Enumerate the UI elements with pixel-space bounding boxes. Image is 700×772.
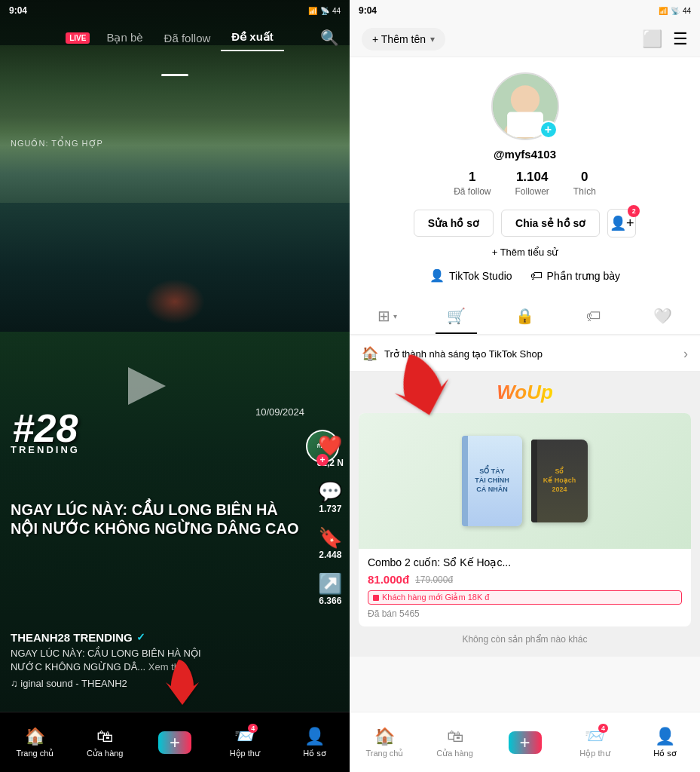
sold-count: Đã bán 5465 — [368, 608, 682, 619]
follow-plus-icon[interactable]: + — [316, 454, 329, 466]
live-badge[interactable]: LIVE — [66, 32, 90, 44]
right-panel: 9:04 📶 📡 44 + Thêm tên ▾ ⬜ ☰ — [350, 0, 700, 772]
qr-icon[interactable]: ⬜ — [642, 29, 662, 49]
tiktok-studio-link[interactable]: 👤 TikTok Studio — [429, 268, 512, 283]
menu-icon[interactable]: ☰ — [673, 29, 688, 49]
likes-count: 0 — [581, 170, 588, 185]
shop-label-right: Cửa hàng — [436, 749, 473, 758]
showcase-link[interactable]: 🏷 Phần trưng bày — [530, 268, 620, 283]
trending-number: #28 — [13, 409, 78, 448]
share-group: ↗️ 6.366 — [318, 574, 342, 606]
plus-button-right[interactable]: + — [509, 731, 542, 754]
tab-grid[interactable]: ⊞ ▾ — [353, 298, 421, 334]
profile-icon-right: 👤 — [655, 727, 675, 746]
tab-shop[interactable]: 🛒 — [421, 298, 490, 334]
avatar-add-button[interactable]: + — [540, 121, 558, 139]
nav-home-right[interactable]: 🏠 Trang chủ — [364, 727, 405, 758]
tab-heart[interactable]: 🤍 — [628, 298, 697, 334]
likes-stat: 0 Thích — [573, 170, 596, 197]
nav-create-left[interactable]: + — [152, 731, 197, 754]
comment-icon[interactable]: 💬 — [318, 482, 342, 501]
product-card[interactable]: SỔ TÀYTÀI CHÍNHCÁ NHÂN SổKế Hoạch2024 Co… — [359, 413, 691, 626]
home-icon-left: 🏠 — [25, 727, 45, 746]
share-icon[interactable]: ↗️ — [318, 574, 342, 593]
follower-count: 1.104 — [516, 170, 549, 185]
status-bar-right: 9:04 📶 📡 44 — [350, 0, 700, 21]
play-button[interactable] — [128, 367, 166, 405]
bookmark-icon[interactable]: 🔖 — [318, 528, 342, 547]
book-1-label: SỔ TÀYTÀI CHÍNHCÁ NHÂN — [467, 467, 517, 494]
nav-shop-right[interactable]: 🛍 Cửa hàng — [434, 727, 475, 758]
profile-section: + @myfs4103 1 Đã follow 1.104 Follower 0… — [350, 57, 700, 298]
tab-following[interactable]: Đã follow — [154, 26, 222, 51]
heart-icon[interactable]: ❤️ — [318, 436, 342, 455]
discount-text: Khách hàng mới Giảm 18K đ — [382, 593, 489, 602]
home-icon-right: 🏠 — [374, 727, 395, 746]
red-arrow-icon — [160, 656, 205, 709]
shop-promo-banner[interactable]: 🏠 Trở thành nhà sáng tạo TikTok Shop › — [350, 336, 700, 372]
showcase-icon: 🏷 — [530, 269, 543, 283]
product-name: Combo 2 cuốn: Sổ Kế Hoạc... — [368, 556, 682, 568]
quick-links: 👤 TikTok Studio 🏷 Phần trưng bày — [429, 268, 620, 283]
nav-inbox-left[interactable]: 📨 4 Hộp thư — [222, 727, 267, 758]
red-arrow-left — [160, 656, 205, 712]
water-effect — [0, 203, 350, 332]
bridge-visual — [0, 45, 350, 332]
discount-badge: Khách hàng mới Giảm 18K đ — [368, 590, 682, 605]
lock-icon: 🔒 — [515, 307, 534, 325]
home-label-left: Trang chủ — [16, 749, 53, 758]
author-name-text: THEANH28 TRENDING — [11, 631, 133, 644]
svg-point-2 — [510, 85, 539, 114]
book-2-label: SổKế Hoạch2024 — [536, 467, 584, 494]
bottom-nav-left: 🏠 Trang chủ 🛍 Cửa hàng + 📨 4 Hộp thư 👤 H… — [0, 712, 350, 772]
tab-bar: ⊞ ▾ 🛒 🔒 🏷 🤍 — [350, 298, 700, 335]
search-icon-top[interactable]: 🔍 — [320, 29, 339, 47]
left-panel: 9:04 📶 📡 44 LIVE Bạn bè Đã follow Đề xuấ… — [0, 0, 350, 772]
nav-home-left[interactable]: 🏠 Trang chủ — [12, 727, 57, 758]
shop-icon-right: 🛍 — [447, 727, 463, 746]
nav-profile-right[interactable]: 👤 Hồ sơ — [644, 727, 686, 758]
username: @myfs4103 — [494, 148, 556, 161]
add-name-button[interactable]: + Thêm tên ▾ — [362, 28, 445, 51]
music-info: ♫ iginal sound - THEANH2 — [11, 678, 304, 689]
inbox-label-right: Hộp thư — [579, 749, 610, 758]
tab-friends[interactable]: Bạn bè — [96, 25, 153, 51]
play-triangle-icon — [128, 367, 166, 405]
profile-label-right: Hồ sơ — [653, 749, 677, 758]
bottom-nav-right: 🏠 Trang chủ 🛍 Cửa hàng + 📨 4 Hộp thư 👤 H… — [350, 712, 700, 772]
edit-profile-button[interactable]: Sửa hồ sơ — [414, 210, 494, 237]
tab-tag[interactable]: 🏷 — [559, 299, 628, 334]
wifi-icon-r: 📡 — [671, 7, 680, 15]
share-profile-button[interactable]: Chia sẻ hồ sơ — [501, 210, 600, 237]
price-row: 81.000đ 179.000đ — [368, 573, 682, 586]
tab-suggested[interactable]: Đề xuất — [221, 24, 284, 51]
video-bottom-info: THEANH28 TRENDING ✓ NGAY LÚC NÀY: CẦU LO… — [11, 631, 304, 689]
content-area: WoUp SỔ TÀYTÀI CHÍNHCÁ NHÂN SổKế Hoạch20… — [350, 372, 700, 657]
add-bio-button[interactable]: + Thêm tiểu sử — [492, 247, 558, 258]
shop-promo-arrow-icon: › — [683, 346, 688, 362]
video-date: 10/09/2024 — [255, 406, 304, 418]
status-time-left: 9:04 — [9, 5, 27, 16]
inbox-icon-wrap-left: 📨 4 — [234, 727, 255, 746]
wifi-icon: 📡 — [320, 7, 329, 15]
nav-create-right[interactable]: + — [504, 731, 546, 754]
nav-inbox-right[interactable]: 📨 4 Hộp thư — [574, 727, 616, 758]
tag-icon: 🏷 — [586, 308, 601, 325]
status-icons-left: 📶 📡 44 — [308, 7, 341, 15]
product-info: Combo 2 cuốn: Sổ Kế Hoạc... 81.000đ 179.… — [359, 549, 691, 626]
discount-dot — [373, 595, 379, 601]
logo-banner: WoUp — [359, 381, 691, 404]
plus-button-left[interactable]: + — [158, 731, 191, 754]
nav-profile-left[interactable]: 👤 Hồ sơ — [292, 727, 338, 758]
shop-icon-left: 🛍 — [96, 727, 113, 746]
comment-group: 💬 1.737 — [318, 482, 342, 514]
nav-shop-left[interactable]: 🛍 Cửa hàng — [82, 727, 127, 758]
follow-label: Đã follow — [454, 186, 491, 197]
add-friend-button[interactable]: 👤+ 2 — [607, 209, 636, 237]
tab-lock[interactable]: 🔒 — [491, 298, 559, 334]
tab-grid-dropdown: ⊞ ▾ — [378, 307, 397, 325]
inbox-badge-right: 4 — [598, 724, 608, 733]
shop-tab-icon: 🛒 — [447, 307, 466, 325]
tiktok-studio-label: TikTok Studio — [449, 270, 512, 282]
follow-stat: 1 Đã follow — [454, 170, 491, 197]
